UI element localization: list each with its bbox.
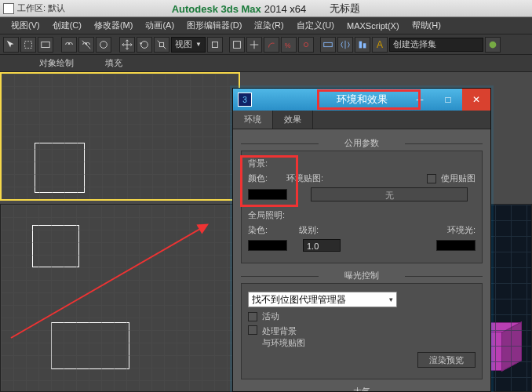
- group-common: 背景: 颜色: 环境贴图: 使用贴图 无 全局照明: 染色: 级别: 环境光:: [241, 151, 483, 263]
- link-icon[interactable]: [61, 37, 77, 53]
- checkbox-active[interactable]: [248, 312, 257, 321]
- unlink-icon[interactable]: [78, 37, 94, 53]
- layers-icon[interactable]: A: [372, 37, 388, 53]
- button-envmap-none[interactable]: 无: [311, 187, 468, 201]
- menu-maxscript[interactable]: MAXScript(X): [341, 19, 406, 33]
- checkbox-usemap[interactable]: [427, 174, 436, 183]
- move-icon[interactable]: [119, 37, 135, 53]
- menu-graph[interactable]: 图形编辑器(D): [180, 17, 248, 34]
- section-atmosphere: 大气: [241, 386, 483, 391]
- label-global-illum: 全局照明:: [248, 209, 476, 221]
- svg-point-2: [100, 41, 107, 48]
- menu-anim[interactable]: 动画(A): [139, 17, 180, 34]
- menu-view[interactable]: 视图(V): [5, 17, 46, 34]
- sel-filter-icon[interactable]: [229, 37, 245, 53]
- menu-customize[interactable]: 自定义(U): [290, 17, 341, 34]
- svg-point-7: [304, 42, 308, 46]
- spinner-level[interactable]: 1.0: [303, 239, 341, 252]
- label-color: 颜色:: [248, 172, 268, 184]
- select-rect-icon[interactable]: [20, 37, 36, 53]
- spinner-snap-icon[interactable]: [298, 37, 314, 53]
- dialog-tabs: 环境 效果: [233, 111, 490, 129]
- swatch-tint[interactable]: [248, 240, 287, 251]
- subbar-object-paint[interactable]: 对象绘制: [39, 57, 74, 69]
- dialog-titlebar[interactable]: 3 环境和效果 ─ □ ✕: [233, 89, 490, 111]
- group-exposure: 找不到位图代理管理器▾ 活动 处理背景 与环境贴图 渲染预览: [241, 283, 483, 379]
- mirror-icon[interactable]: [337, 37, 353, 53]
- menu-render[interactable]: 渲染(R): [248, 17, 290, 34]
- tab-environment[interactable]: 环境: [233, 111, 273, 129]
- label-usemap: 使用贴图: [441, 172, 476, 184]
- section-common-params: 公用参数: [241, 137, 483, 149]
- label-process-bg: 处理背景 与环境贴图: [262, 325, 305, 349]
- label-envmap: 环境贴图:: [286, 172, 323, 184]
- material-icon[interactable]: [485, 37, 501, 53]
- svg-rect-1: [42, 42, 50, 47]
- main-toolbar: 视图▼ % A 创建选择集: [0, 34, 532, 55]
- angle-snap-icon[interactable]: [264, 37, 279, 53]
- pivot-icon[interactable]: [207, 37, 223, 53]
- svg-rect-0: [25, 41, 32, 48]
- checkbox-process-bg[interactable]: [248, 325, 257, 335]
- section-exposure: 曝光控制: [241, 270, 483, 281]
- svg-rect-10: [363, 43, 366, 48]
- label-ambient: 环境光:: [447, 224, 476, 236]
- menu-help[interactable]: 帮助(H): [406, 17, 447, 34]
- menu-modify[interactable]: 修改器(M): [88, 17, 140, 34]
- align-icon[interactable]: [355, 37, 370, 53]
- sub-toolbar: 对象绘制 填充: [0, 55, 532, 72]
- swatch-ambient[interactable]: [436, 240, 476, 251]
- menu-bar: 视图(V) 创建(C) 修改器(M) 动画(A) 图形编辑器(D) 渲染(R) …: [0, 17, 532, 34]
- swatch-bg-color[interactable]: [248, 189, 287, 200]
- snap-toggle-icon[interactable]: [246, 37, 262, 53]
- svg-rect-3: [159, 42, 163, 46]
- menu-create[interactable]: 创建(C): [46, 17, 88, 34]
- cursor-icon[interactable]: [3, 37, 19, 53]
- maximize-button[interactable]: □: [434, 89, 462, 111]
- select-exposure-control[interactable]: 找不到位图代理管理器▾: [248, 292, 397, 307]
- button-render-preview[interactable]: 渲染预览: [417, 352, 476, 368]
- svg-rect-8: [324, 42, 333, 46]
- subbar-fill[interactable]: 填充: [105, 57, 122, 69]
- bind-icon[interactable]: [96, 37, 111, 53]
- svg-point-11: [490, 41, 497, 48]
- pct-snap-icon[interactable]: %: [281, 37, 297, 53]
- minimize-button[interactable]: ─: [406, 89, 434, 111]
- label-tint: 染色:: [248, 224, 268, 236]
- rotate-icon[interactable]: [137, 37, 152, 53]
- select-rect2-icon[interactable]: [38, 37, 53, 53]
- close-button[interactable]: ✕: [462, 89, 490, 111]
- scale-icon[interactable]: [154, 37, 169, 53]
- viewport-top-left[interactable]: [0, 72, 240, 201]
- label-level: 级别:: [299, 224, 319, 236]
- svg-rect-5: [234, 41, 241, 48]
- named-sel-icon[interactable]: [320, 37, 336, 53]
- svg-text:%: %: [285, 41, 291, 49]
- svg-rect-9: [359, 41, 363, 48]
- label-active: 活动: [262, 310, 279, 322]
- select-set-dropdown[interactable]: 创建选择集: [389, 38, 483, 52]
- tab-effects[interactable]: 效果: [273, 111, 313, 129]
- label-background: 背景:: [248, 158, 476, 169]
- ref-coord-dropdown[interactable]: 视图▼: [171, 37, 206, 53]
- svg-rect-4: [212, 42, 217, 47]
- app-title: Autodesk 3ds Max2014 x64 无标题: [0, 0, 532, 17]
- environment-dialog: 3 环境和效果 ─ □ ✕ 环境 效果 公用参数 背景: 颜色: 环境贴图: 使…: [232, 88, 491, 392]
